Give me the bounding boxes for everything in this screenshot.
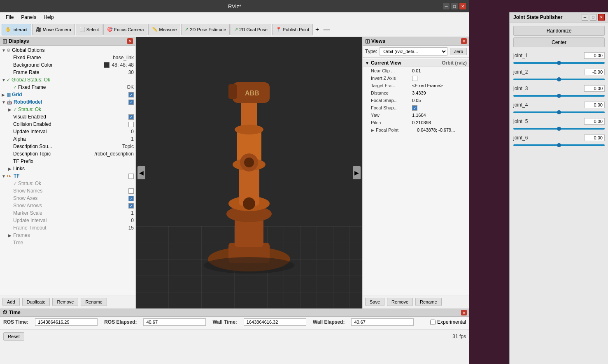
minimize-button[interactable]: ─	[443, 3, 450, 9]
save-view-button[interactable]: Save	[365, 298, 384, 306]
joint-1-thumb[interactable]	[557, 61, 561, 65]
displays-panel-close[interactable]: ✕	[127, 38, 133, 44]
grid-icon	[7, 92, 11, 97]
alpha-row[interactable]: Alpha 1	[0, 135, 135, 143]
ros-time-input[interactable]	[35, 318, 98, 326]
jsp-minimize-button[interactable]: ─	[582, 14, 588, 21]
joint-4-thumb[interactable]	[557, 110, 561, 114]
remove-view-button[interactable]: Remove	[387, 298, 413, 306]
joint-2-input[interactable]	[584, 69, 605, 75]
grid-checkbox[interactable]	[128, 92, 134, 97]
jsp-close-button[interactable]: ✕	[598, 14, 605, 21]
add-toolbar-item-button[interactable]: +	[314, 26, 321, 33]
joint-6-thumb[interactable]	[557, 143, 561, 147]
collision-enabled-checkbox[interactable]	[128, 121, 134, 127]
bg-color-row[interactable]: Background Color 48; 48; 48	[0, 61, 135, 69]
nav-left-button[interactable]: ◀	[137, 166, 145, 179]
joint-4-slider[interactable]	[513, 109, 605, 116]
rename-display-button[interactable]: Rename	[81, 298, 107, 306]
robot-model-row[interactable]: ▼ 🤖 RobotModel	[0, 98, 135, 106]
jsp-top-buttons: Randomize Center	[513, 26, 605, 47]
joint-6-slider[interactable]	[513, 142, 605, 148]
select-button[interactable]: ⬜ Select	[76, 24, 103, 35]
tf-prefix-row[interactable]: TF Prefix	[0, 158, 135, 165]
wall-elapsed-input[interactable]	[351, 318, 414, 326]
joint-5-input[interactable]	[584, 118, 605, 125]
views-zero-button[interactable]: Zero	[450, 48, 467, 55]
jsp-maximize-button[interactable]: □	[590, 14, 596, 21]
goal-pose-button[interactable]: ↗ 2D Goal Pose	[231, 24, 271, 35]
move-camera-button[interactable]: 🎥 Move Camera	[32, 24, 75, 35]
rm-update-interval-row[interactable]: Update Interval 0	[0, 128, 135, 135]
desc-topic-row[interactable]: Description Topic /robot_description	[0, 150, 135, 158]
duplicate-display-button[interactable]: Duplicate	[22, 298, 50, 306]
joint-1-slider[interactable]	[513, 60, 605, 66]
rename-view-button[interactable]: Rename	[415, 298, 442, 306]
joint-6-input[interactable]	[584, 134, 605, 141]
close-button[interactable]: ✕	[459, 3, 466, 9]
rm-status-row[interactable]: ▶ Status: Ok	[0, 106, 135, 113]
tf-row[interactable]: ▼ TF TF	[0, 172, 135, 180]
publish-point-button[interactable]: 📍 Publish Point	[272, 24, 313, 35]
show-axes-checkbox[interactable]	[128, 195, 134, 201]
joint-4-header: joint_4	[513, 102, 605, 108]
measure-button[interactable]: 📏 Measure	[148, 24, 180, 35]
menu-file[interactable]: File	[2, 14, 17, 21]
experimental-checkbox[interactable]	[430, 320, 436, 325]
remove-toolbar-item-button[interactable]: —	[321, 26, 331, 33]
interact-button[interactable]: ✋ Interact	[2, 24, 31, 35]
menu-panels[interactable]: Panels	[18, 14, 40, 21]
views-panel-close[interactable]: ✕	[461, 38, 467, 44]
nav-right-button[interactable]: ▶	[353, 166, 361, 179]
fps-display: 31 fps	[452, 334, 466, 339]
grid-row[interactable]: ▶ Grid	[0, 91, 135, 98]
desc-topic-value: /robot_description	[95, 151, 134, 157]
global-status-ff-row[interactable]: Fixed Frame OK	[0, 83, 135, 91]
randomize-button[interactable]: Randomize	[513, 26, 605, 36]
joint-3-slider[interactable]	[513, 93, 605, 99]
center-button[interactable]: Center	[513, 37, 605, 47]
show-names-row[interactable]: Show Names	[0, 187, 135, 195]
joint-5-slider[interactable]	[513, 125, 605, 132]
ros-elapsed-input[interactable]	[143, 318, 206, 326]
focal-shape2-value[interactable]	[412, 105, 467, 111]
show-arrows-row[interactable]: Show Arrows	[0, 202, 135, 209]
focus-camera-button[interactable]: 🎯 Focus Camera	[103, 24, 147, 35]
joint-5-thumb[interactable]	[557, 127, 561, 131]
fixed-frame-value: base_link	[113, 55, 134, 60]
joint-3-thumb[interactable]	[557, 94, 561, 98]
add-display-button[interactable]: Add	[2, 298, 20, 306]
menu-help[interactable]: Help	[40, 14, 57, 21]
frames-row[interactable]: ▶ Frames	[0, 232, 135, 239]
viewport[interactable]: ABB ◀ ▶	[136, 37, 362, 308]
invert-z-value[interactable]	[412, 75, 467, 81]
joint-4-input[interactable]	[584, 102, 605, 108]
visual-enabled-row[interactable]: Visual Enabled	[0, 113, 135, 121]
desc-source-row[interactable]: Description Sou... Topic	[0, 143, 135, 150]
frame-rate-row[interactable]: Frame Rate 30	[0, 69, 135, 76]
fixed-frame-row[interactable]: Fixed Frame base_link	[0, 54, 135, 61]
global-status-row[interactable]: ▼ Global Status: Ok	[0, 76, 135, 83]
show-names-checkbox[interactable]	[128, 188, 134, 194]
show-axes-row[interactable]: Show Axes	[0, 195, 135, 202]
global-options-row[interactable]: ▼ Global Options	[0, 46, 135, 54]
joint-1-input[interactable]	[584, 52, 605, 59]
remove-display-button[interactable]: Remove	[52, 298, 78, 306]
views-type-select[interactable]: Orbit (rviz_defa...	[380, 47, 447, 56]
joint-2-thumb[interactable]	[557, 77, 561, 81]
tf-checkbox[interactable]	[128, 173, 134, 179]
pose-estimate-button[interactable]: ↗ 2D Pose Estimate	[181, 24, 230, 35]
wall-time-input[interactable]	[244, 318, 306, 326]
visual-enabled-checkbox[interactable]	[128, 114, 134, 120]
svg-point-15	[244, 158, 254, 167]
joint-3-input[interactable]	[584, 85, 605, 92]
robot-model-checkbox[interactable]	[128, 99, 134, 105]
goal-pose-icon: ↗	[234, 27, 238, 32]
reset-button[interactable]: Reset	[3, 332, 24, 341]
show-arrows-checkbox[interactable]	[128, 203, 134, 209]
joint-2-slider[interactable]	[513, 76, 605, 83]
links-row[interactable]: ▶ Links	[0, 165, 135, 172]
collision-enabled-row[interactable]: Collision Enabled	[0, 121, 135, 128]
time-bar-close[interactable]: ✕	[461, 310, 467, 315]
maximize-button[interactable]: □	[451, 3, 458, 9]
